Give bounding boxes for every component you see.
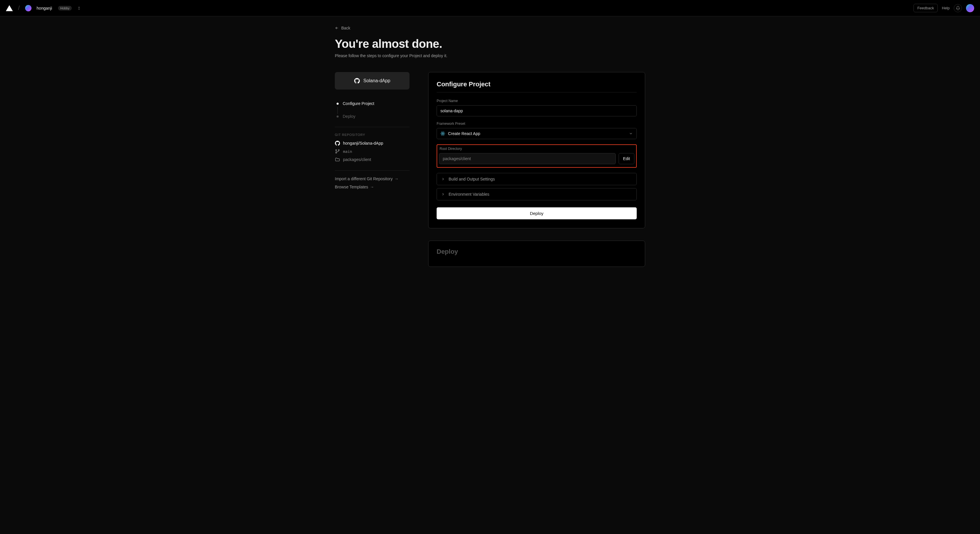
git-branch-icon: [335, 149, 340, 154]
svg-point-3: [442, 133, 443, 134]
back-label: Back: [341, 25, 350, 30]
breadcrumb-separator: /: [18, 5, 20, 11]
step-label: Deploy: [343, 114, 356, 119]
react-icon: [441, 131, 445, 136]
folder-icon: [335, 157, 340, 162]
import-different-repo-link[interactable]: Import a different Git Repository →: [335, 176, 398, 181]
arrow-right-icon: →: [370, 184, 374, 189]
environment-variables-label: Environment Variables: [449, 192, 489, 197]
import-different-repo-label: Import a different Git Repository: [335, 176, 393, 181]
github-icon: [354, 78, 360, 84]
git-branch-row: main: [335, 149, 409, 154]
topbar: / honganji Hobby Feedback Help: [0, 0, 980, 16]
arrow-right-icon: →: [395, 176, 398, 181]
page: Back You're almost done. Please follow t…: [0, 16, 980, 534]
root-directory-edit-button[interactable]: Edit: [619, 153, 635, 164]
chevron-right-icon: [441, 177, 445, 181]
bell-icon: [956, 6, 960, 10]
sidebar-divider: [335, 170, 409, 171]
step-dot-active-icon: [337, 103, 339, 105]
plan-badge: Hobby: [58, 6, 72, 11]
project-name-input[interactable]: [437, 105, 637, 116]
container: Back You're almost done. Please follow t…: [335, 16, 645, 279]
git-repository-heading: GIT REPOSITORY: [335, 133, 409, 137]
team-avatar[interactable]: [25, 5, 32, 11]
topbar-right: Feedback Help: [913, 4, 974, 12]
framework-preset-value: Create React App: [448, 131, 480, 136]
git-repo-name: honganji/Solana-dApp: [343, 141, 383, 146]
card-divider: [437, 92, 637, 92]
feedback-button[interactable]: Feedback: [913, 4, 938, 12]
project-name-field: Project Name: [437, 99, 637, 116]
configure-project-card: Configure Project Project Name Framework…: [428, 72, 645, 228]
help-link[interactable]: Help: [942, 6, 950, 10]
arrow-left-icon: [335, 26, 339, 30]
repo-card: Solana-dApp: [335, 72, 409, 89]
back-link[interactable]: Back: [335, 25, 350, 30]
root-directory-highlight: Root Directory packages/client Edit: [437, 145, 637, 168]
build-output-settings-label: Build and Output Settings: [449, 177, 495, 181]
git-repo-row: honganji/Solana-dApp: [335, 141, 409, 146]
framework-preset-field: Framework Preset: [437, 122, 637, 139]
page-title: You're almost done.: [335, 37, 645, 51]
deploy-card: Deploy: [428, 241, 645, 267]
sidebar: Solana-dApp Configure Project Deploy GIT…: [335, 72, 409, 193]
breadcrumb-username[interactable]: honganji: [37, 6, 52, 11]
deploy-button[interactable]: Deploy: [437, 207, 637, 219]
step-deploy[interactable]: Deploy: [337, 114, 409, 119]
root-directory-input: packages/client: [439, 153, 616, 164]
git-branch-name: main: [343, 149, 352, 154]
svg-point-0: [336, 149, 337, 151]
environment-variables-accordion[interactable]: Environment Variables: [437, 188, 637, 200]
card-title: Configure Project: [437, 81, 637, 88]
step-connector: [337, 107, 338, 114]
project-name-label: Project Name: [437, 99, 637, 103]
browse-templates-link[interactable]: Browse Templates →: [335, 184, 374, 189]
git-root-dir-row: packages/client: [335, 157, 409, 162]
steps-list: Configure Project Deploy: [335, 101, 409, 119]
framework-preset-select[interactable]: Create React App: [437, 128, 637, 139]
build-output-settings-accordion[interactable]: Build and Output Settings: [437, 173, 637, 185]
main: Configure Project Project Name Framework…: [428, 72, 645, 279]
user-avatar[interactable]: [966, 4, 974, 12]
topbar-left: / honganji Hobby: [6, 5, 81, 11]
page-subtitle: Please follow the steps to configure you…: [335, 53, 645, 58]
deploy-card-title: Deploy: [437, 248, 637, 256]
svg-point-2: [338, 149, 339, 151]
chevron-down-icon: [629, 132, 633, 136]
step-label: Configure Project: [343, 101, 374, 106]
chevron-right-icon: [441, 192, 445, 196]
repo-card-title: Solana-dApp: [363, 78, 391, 83]
notifications-button[interactable]: [954, 4, 962, 12]
scope-switcher-icon[interactable]: [77, 6, 81, 10]
vercel-logo-icon[interactable]: [6, 5, 13, 11]
root-directory-label: Root Directory: [439, 147, 635, 151]
framework-preset-label: Framework Preset: [437, 122, 637, 126]
svg-point-1: [336, 152, 337, 153]
step-configure-project[interactable]: Configure Project: [337, 101, 409, 106]
step-dot-inactive-icon: [337, 116, 339, 118]
github-icon: [335, 141, 340, 146]
browse-templates-label: Browse Templates: [335, 184, 368, 189]
git-root-dir-value: packages/client: [343, 157, 371, 162]
